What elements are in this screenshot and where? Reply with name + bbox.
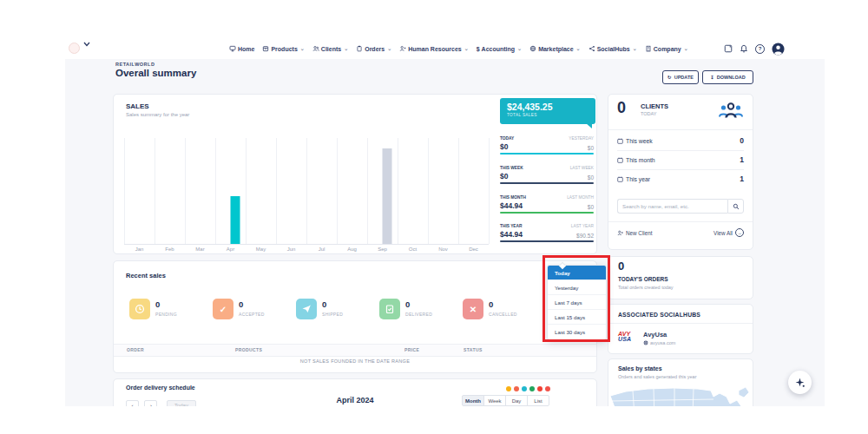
chart-gridline bbox=[458, 138, 459, 244]
chart-gridline bbox=[155, 138, 155, 244]
nav-item-human-resources[interactable]: Human Resources⌄ bbox=[399, 45, 469, 52]
avatar[interactable] bbox=[772, 43, 785, 56]
chevron-down-icon: ⌄ bbox=[684, 46, 688, 51]
dropdown-item-today[interactable]: Today bbox=[548, 266, 606, 280]
sales-card: SALES Sales summary for the year $24,435… bbox=[113, 94, 597, 254]
share-network-icon bbox=[589, 45, 595, 52]
legend-dot bbox=[537, 386, 542, 391]
socialhub-name[interactable]: AvyUsa bbox=[643, 331, 667, 339]
box-icon bbox=[262, 45, 269, 52]
dropdown-item-last-15-days[interactable]: Last 15 days bbox=[548, 310, 606, 325]
calendar-view-switcher: Month Week Day List bbox=[463, 395, 549, 406]
badge-tail bbox=[586, 123, 592, 128]
calendar-icon bbox=[617, 157, 623, 163]
divider bbox=[608, 323, 753, 324]
nav-item-home[interactable]: Home bbox=[229, 45, 254, 52]
workspace-chevron-icon[interactable] bbox=[83, 42, 90, 47]
nav-item-company[interactable]: Company⌄ bbox=[645, 45, 688, 52]
clients-row-week: This week 0 bbox=[617, 131, 744, 151]
chart-month-label: Jun bbox=[276, 247, 306, 252]
clients-period: TODAY bbox=[641, 111, 656, 116]
view-month-button[interactable]: Month bbox=[462, 395, 484, 406]
dropdown-item-last-30-days[interactable]: Last 30 days bbox=[548, 325, 606, 339]
avyusa-logo: AVY USA bbox=[618, 332, 631, 342]
chart-month-label: Sep bbox=[367, 247, 398, 252]
chart-month-label: Oct bbox=[398, 247, 428, 252]
view-all-link[interactable]: View All → bbox=[713, 228, 744, 237]
chart-gridline bbox=[246, 138, 247, 244]
status-tile-cancelled: ✕ 0CANCELLED bbox=[463, 299, 517, 319]
nav-item-products[interactable]: Products⌄ bbox=[262, 45, 304, 52]
schedule-title: Order delivery schedule bbox=[126, 385, 195, 391]
nav-label: Orders bbox=[365, 46, 385, 52]
help-icon[interactable]: ? bbox=[755, 44, 765, 54]
search-input[interactable] bbox=[617, 199, 727, 214]
chart-gridline bbox=[124, 138, 125, 244]
chevron-down-icon: ⌄ bbox=[576, 46, 581, 51]
chart-month-label: Apr bbox=[215, 247, 246, 252]
users-icon bbox=[312, 45, 319, 52]
download-button[interactable]: ↧DOWNLOAD bbox=[702, 70, 753, 84]
monitor-icon bbox=[229, 45, 236, 52]
status-tile-shipped: 0SHIPPED bbox=[296, 299, 343, 319]
dollar-icon: $ bbox=[477, 46, 480, 52]
globe-icon bbox=[529, 45, 536, 52]
globe-icon bbox=[643, 340, 648, 345]
nav-item-socialhubs[interactable]: SocialHubs⌄ bbox=[589, 45, 637, 52]
nav-label: Products bbox=[271, 46, 297, 52]
chevron-down-icon: ⌄ bbox=[300, 46, 305, 51]
nav-item-marketplace[interactable]: Marketplace⌄ bbox=[529, 45, 581, 52]
chart-month-label: Dec bbox=[458, 247, 489, 252]
clients-title: CLIENTS bbox=[641, 102, 668, 110]
stat-underline bbox=[500, 212, 594, 214]
user-plus-icon bbox=[617, 230, 623, 236]
chevron-down-icon: ⌄ bbox=[517, 46, 522, 51]
paper-plane-icon bbox=[296, 299, 317, 319]
chart-month-label: Aug bbox=[337, 247, 367, 252]
main-nav: Home Products⌄ Clients⌄ Orders⌄ Human Re… bbox=[229, 39, 688, 58]
new-client-link[interactable]: New Client bbox=[617, 230, 652, 236]
stat-underline bbox=[500, 153, 594, 155]
stat-this-month: THIS MONTHLAST MONTH $44.94$0 bbox=[500, 195, 594, 214]
refresh-icon: ↻ bbox=[667, 75, 672, 80]
nav-label: Clients bbox=[321, 46, 341, 52]
clients-count: 0 bbox=[617, 99, 626, 117]
assistant-fab[interactable] bbox=[788, 371, 812, 394]
nav-item-accounting[interactable]: $ Accounting⌄ bbox=[477, 46, 522, 52]
col-status: STATUS bbox=[464, 347, 483, 352]
chevron-down-icon: ⌄ bbox=[344, 46, 348, 51]
chart-month-label: Nov bbox=[428, 247, 458, 252]
dropdown-item-yesterday[interactable]: Yesterday bbox=[548, 280, 606, 295]
view-week-button[interactable]: Week bbox=[483, 395, 506, 406]
dropdown-item-last-7-days[interactable]: Last 7 days bbox=[548, 295, 606, 310]
calendar-toolbar: ‹ › Today April 2024 Month Week Day List bbox=[126, 395, 584, 406]
view-list-button[interactable]: List bbox=[527, 395, 549, 406]
search-button[interactable] bbox=[727, 199, 744, 214]
chart-gridline bbox=[428, 138, 429, 244]
col-order: ORDER bbox=[127, 347, 144, 352]
page-title: Overall summary bbox=[115, 68, 196, 78]
bell-icon[interactable] bbox=[740, 44, 748, 53]
sales-card-subtitle: Sales summary for the year bbox=[126, 112, 189, 117]
empty-table-message: NOT SALES FOUNDED IN THE DATE RANGE bbox=[114, 358, 596, 364]
nav-label: Human Resources bbox=[408, 46, 461, 52]
calendar-icon bbox=[617, 176, 623, 182]
total-sales-label: TOTAL SALES bbox=[507, 113, 595, 117]
nav-item-clients[interactable]: Clients⌄ bbox=[312, 45, 348, 52]
socialhubs-card: ASSOCIATED SOCIALHUBS AVY USA AvyUsa avy… bbox=[608, 304, 753, 354]
update-button[interactable]: ↻UPDATE bbox=[662, 70, 699, 84]
view-day-button[interactable]: Day bbox=[505, 395, 528, 406]
search-icon bbox=[733, 203, 740, 210]
chevron-down-icon: ⌄ bbox=[387, 46, 391, 51]
todays-orders-title: TODAY'S ORDERS bbox=[618, 276, 668, 282]
workspace-logo[interactable] bbox=[69, 43, 80, 54]
nav-item-orders[interactable]: Orders⌄ bbox=[356, 45, 391, 52]
legend-dot bbox=[522, 386, 527, 391]
states-subtitle: Orders and sales generated this year bbox=[618, 374, 697, 379]
todays-orders-card: 0 TODAY'S ORDERS Total orders created to… bbox=[608, 256, 753, 299]
arrow-circle-icon: → bbox=[735, 228, 744, 237]
socialhub-domain[interactable]: avyusa.com bbox=[643, 340, 675, 345]
todays-orders-count: 0 bbox=[618, 260, 624, 273]
recent-sales-title: Recent sales bbox=[126, 272, 166, 279]
message-icon[interactable] bbox=[724, 44, 733, 53]
